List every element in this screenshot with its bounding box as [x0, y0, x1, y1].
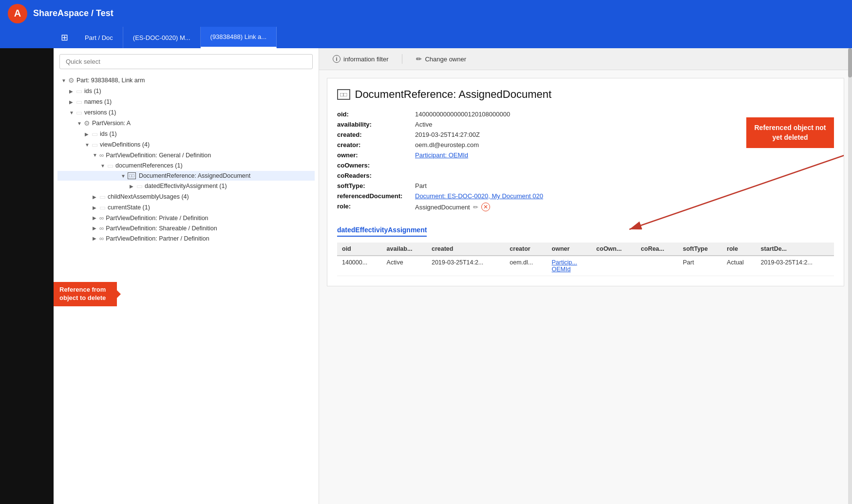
- caret-icon: ▼: [77, 121, 82, 126]
- caret-icon: ▶: [93, 194, 97, 200]
- tree-item-ids-partversion[interactable]: ▶ ▭ ids (1): [57, 129, 315, 139]
- cell-oid: 140000...: [337, 256, 382, 276]
- table-row: 140000... Active 2019-03-25T14:2... oem.…: [337, 256, 834, 276]
- tree-item-docref-assigned[interactable]: ▼ □□ DocumentReference: AssignedDocument: [57, 171, 315, 181]
- infinity-icon: ∞: [99, 214, 104, 222]
- ref-from-object-callout: Reference from object to delete: [54, 282, 117, 306]
- caret-icon: ▼: [85, 142, 90, 148]
- col-coown: coOwn...: [591, 243, 636, 256]
- caret-icon: ▶: [93, 236, 97, 241]
- owner-link[interactable]: Participant: OEMId: [415, 151, 468, 159]
- col-owner: owner: [547, 243, 592, 256]
- tree-item-versions[interactable]: ▼ ▭ versions (1): [57, 107, 315, 118]
- gear-icon: ⚙: [84, 119, 90, 127]
- caret-icon: ▼: [93, 152, 97, 158]
- folder-icon: ▭: [136, 182, 143, 190]
- tree-item-pvd-general[interactable]: ▼ ∞ PartViewDefinition: General / Defini…: [57, 150, 315, 160]
- docref-icon: □□: [128, 172, 136, 179]
- app-title: ShareAspace / Test: [33, 8, 114, 19]
- table-owner-link1[interactable]: Particip...: [552, 259, 577, 266]
- tree-item-partversion-a[interactable]: ▼ ⚙ PartVersion: A: [57, 118, 315, 129]
- tree-item-child-assembly[interactable]: ▶ ▭ childNextAssemblyUsages (4): [57, 191, 315, 202]
- field-softtype: softType: Part: [337, 182, 834, 189]
- toolbar-divider: [402, 54, 402, 64]
- docref-icon-lg: □□: [337, 89, 350, 100]
- right-panel: i information filter ✏ Change owner Refe…: [319, 48, 852, 504]
- caret-icon: ▼: [61, 78, 66, 83]
- cell-corea: [636, 256, 678, 276]
- infinity-icon: ∞: [99, 151, 104, 159]
- role-delete-icon[interactable]: ✕: [481, 203, 490, 211]
- quick-select-input[interactable]: [59, 54, 313, 69]
- tab-part-doc[interactable]: Part / Doc: [75, 27, 123, 48]
- col-oid: oid: [337, 243, 382, 256]
- folder-icon: ▭: [92, 130, 98, 138]
- caret-icon: ▶: [69, 99, 74, 105]
- main-layout: Reference from object to delete ▼ ⚙ Part…: [0, 48, 852, 504]
- field-owner: owner: Participant: OEMId: [337, 151, 834, 159]
- tree-item-current-state[interactable]: ▶ ▭ currentState (1): [57, 202, 315, 213]
- toolbar: i information filter ✏ Change owner: [319, 48, 852, 70]
- tree-item-names[interactable]: ▶ ▭ names (1): [57, 96, 315, 107]
- col-creator: creator: [505, 243, 547, 256]
- scrollbar[interactable]: [848, 48, 852, 504]
- infinity-icon: ∞: [99, 224, 104, 232]
- caret-icon: ▼: [69, 110, 74, 115]
- tree-item-part-root[interactable]: ▼ ⚙ Part: 93838488, Link arm: [57, 75, 315, 86]
- ref-not-deleted-callout: Referenced object not yet deleted: [746, 117, 834, 148]
- change-owner-button[interactable]: ✏ Change owner: [412, 53, 470, 65]
- caret-icon: ▼: [121, 173, 126, 179]
- table-owner-link2[interactable]: OEMId: [552, 266, 571, 273]
- col-availab: availab...: [382, 243, 427, 256]
- cell-softtype: Part: [678, 256, 722, 276]
- field-coowners: coOwners:: [337, 162, 834, 169]
- caret-icon: ▶: [130, 184, 134, 189]
- info-icon: i: [333, 55, 341, 63]
- field-referenced-doc: referencedDocument: Document: ES-DOC-002…: [337, 192, 834, 200]
- tab-link-arm[interactable]: (93838488) Link a...: [201, 27, 277, 48]
- tree-item-ids[interactable]: ▶ ▭ ids (1): [57, 86, 315, 96]
- tab-bar: ⊞ Part / Doc (ES-DOC-0020) M... (9383848…: [0, 27, 852, 48]
- field-oid: oid: 140000000000000120108000000: [337, 111, 834, 118]
- folder-icon: ▭: [92, 141, 98, 149]
- caret-icon: ▼: [100, 163, 105, 168]
- caret-icon: ▶: [85, 131, 90, 137]
- caret-icon: ▶: [69, 89, 74, 94]
- app-header: A ShareAspace / Test: [0, 0, 852, 27]
- col-role: role: [722, 243, 756, 256]
- caret-icon: ▶: [93, 205, 97, 210]
- cell-role: Actual: [722, 256, 756, 276]
- folder-icon: ▭: [107, 162, 114, 169]
- tree-item-pvd-shareable[interactable]: ▶ ∞ PartViewDefinition: Shareable / Defi…: [57, 223, 315, 233]
- tree-container: ▼ ⚙ Part: 93838488, Link arm ▶ ▭ ids (1)…: [54, 75, 319, 247]
- col-corea: coRea...: [636, 243, 678, 256]
- folder-icon: ▭: [99, 204, 106, 211]
- left-black-bar: [0, 48, 54, 504]
- table-section-title: datedEffectivityAssignment: [337, 226, 427, 237]
- tree-item-pvd-partner[interactable]: ▶ ∞ PartViewDefinition: Partner / Defini…: [57, 233, 315, 243]
- role-edit-icon[interactable]: ✏: [473, 204, 478, 211]
- sidebar: Reference from object to delete ▼ ⚙ Part…: [54, 48, 319, 504]
- col-softtype: softType: [678, 243, 722, 256]
- tree-item-docrefs[interactable]: ▼ ▭ documentReferences (1): [57, 160, 315, 171]
- data-table: oid availab... created creator owner coO…: [337, 243, 834, 276]
- caret-icon: ▶: [93, 225, 97, 231]
- tab-grid-icon[interactable]: ⊞: [54, 27, 75, 48]
- tree-item-viewdefs[interactable]: ▼ ▭ viewDefinitions (4): [57, 139, 315, 150]
- infinity-icon: ∞: [99, 235, 104, 242]
- tree-item-pvd-private[interactable]: ▶ ∞ PartViewDefinition: Private / Defini…: [57, 213, 315, 223]
- cell-startde: 2019-03-25T14:2...: [756, 256, 834, 276]
- caret-icon: ▶: [93, 215, 97, 221]
- tree-item-dated-eff[interactable]: ▶ ▭ datedEffectivityAssignment (1): [57, 181, 315, 191]
- info-filter-button[interactable]: i information filter: [329, 53, 392, 65]
- cell-availability: Active: [382, 256, 427, 276]
- pencil-icon: ✏: [416, 55, 422, 63]
- cell-creator: oem.dl...: [505, 256, 547, 276]
- scrollbar-thumb[interactable]: [848, 48, 852, 77]
- referenced-doc-link[interactable]: Document: ES-DOC-0020, My Document 020: [415, 192, 543, 200]
- tab-es-doc-0020[interactable]: (ES-DOC-0020) M...: [123, 27, 201, 48]
- cell-coown: [591, 256, 636, 276]
- app-logo: A: [8, 4, 27, 23]
- folder-icon: ▭: [76, 98, 82, 106]
- folder-icon: ▭: [99, 193, 106, 201]
